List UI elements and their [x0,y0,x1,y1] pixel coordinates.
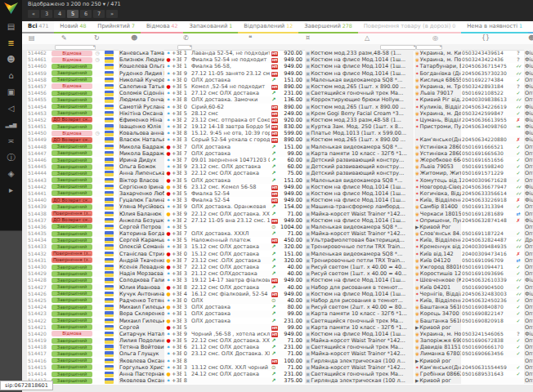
ttn-number[interactable]: 0501691093696 [462,270,513,277]
ttn-number[interactable]: 20400309838613 [462,96,513,103]
order-row[interactable]: 514446ЗавершенийИрина Дидух✶+38709.01 зв… [22,157,533,163]
row-select[interactable] [22,157,27,163]
ttn-number[interactable] [462,224,513,230]
ttn-number[interactable]: 0501690666170 [462,344,513,350]
order-row[interactable]: 514451ЗавершенийІващенко Юлія✶+38219.12 … [22,123,533,130]
order-row[interactable]: 514456ЗавершенийСоломія Сідоніна✶+38127.… [22,90,533,96]
ttn-number[interactable]: 0501691281689 [462,211,513,217]
order-row[interactable]: 514440ДО Возврат ск..Гуцалюк Галина✶+383… [22,197,533,203]
dashboard-icon[interactable]: ▤ [0,19,22,35]
product-column-icon[interactable]: △ [365,34,370,42]
tab-Запакований[interactable]: Запакований1 [183,21,238,33]
order-row[interactable]: 514452ДО Возврат ск..Єфименко Ніна✶+3822… [22,117,533,123]
row-select[interactable] [22,197,27,203]
order-row[interactable]: 514449ДО Возврат ск..Власюк Наталья✶+383… [22,136,533,143]
orders-icon[interactable]: ≣ [0,35,22,51]
client-column-icon[interactable]: ☻ [131,34,137,42]
row-select[interactable] [22,337,27,344]
row-select[interactable] [22,90,27,96]
ttn-number[interactable]: 20450634226619 [462,104,513,110]
row-select[interactable] [22,237,27,243]
ttn-number[interactable]: 0501690822147 [462,310,513,317]
ttn-column-icon[interactable]: {} [481,34,490,42]
money-column-icon[interactable]: ¤ [306,34,310,42]
tab-Завершений[interactable]: Завершений278 [298,21,358,33]
ttn-number[interactable]: 0503242599847 [462,110,513,117]
row-select[interactable] [22,364,27,371]
row-select[interactable] [22,56,27,63]
page-button[interactable]: 4 [54,10,65,18]
order-row[interactable]: 514443ЗавершенийВіктор Власов●+385ОЛХ до… [22,177,533,184]
tab-Новий[interactable]: Новий48 [54,21,92,33]
megaphone-icon[interactable]: ◁ [0,100,22,117]
order-row[interactable]: 514438Повернення (з..Юлия Баланюк●+38922… [22,211,533,217]
row-select[interactable] [22,144,27,150]
order-row[interactable]: 514453ЗавершенийНікітіна Оксана Дми...✶+… [22,110,533,117]
comment-column-icon[interactable]: ❝ [249,34,252,42]
order-row[interactable]: 514422ЗавершенийМихаил Гилецький●+383ОЛХ… [22,318,533,324]
row-select[interactable] [22,211,27,217]
cart-icon[interactable]: ▣ [0,84,22,100]
page-button[interactable]: « [28,10,39,18]
row-select[interactable] [22,224,27,230]
order-row[interactable]: 514420ВідмоваСитарчук Наталія Гр...✶+389… [22,331,533,337]
order-row[interactable]: 514436ЗавершенийСергей Петров✶+385⊙1004.… [22,224,533,230]
row-select[interactable] [22,264,27,270]
tag-icon[interactable]: ◈ [0,166,22,182]
ttn-number[interactable]: 0501690840870 [462,304,513,310]
tab-Відправлений[interactable]: Відправлений12 [238,21,298,33]
tab-Повернення товару (в дорозі)[interactable]: Повернення товару (в дорозі)0 [358,21,462,33]
row-select[interactable] [22,251,27,257]
ttn-number[interactable]: 0503243422436 [462,56,513,63]
order-row[interactable]: 514450Відмова◷Ковальова анна✶+38815.12. … [22,130,533,136]
ttn-number[interactable]: 0501689531643 [462,371,513,377]
ttn-number[interactable] [462,377,513,384]
ttn-number[interactable]: 20400309473416 [462,251,513,257]
ttn-number[interactable]: 0501691651656 [462,157,513,163]
order-row[interactable]: 514418ЗавершенийТетяна Войтович✶+38621.1… [22,344,533,350]
bank-icon[interactable]: ⌂ [0,68,22,84]
order-row[interactable]: 514435ЗавершенийКатерина Богданова●+387О… [22,230,533,237]
row-select[interactable] [22,96,27,103]
ttn-number[interactable]: 20450636677947 [462,184,513,190]
ttn-number[interactable]: 20450634098760 [462,123,513,130]
tab-Прийнятий[interactable]: Прийнятий7 [92,21,141,33]
row-select[interactable] [22,318,27,324]
order-row[interactable]: 514455ЗавершенийЛюдмила Гончарова✶+388ОЛ… [22,96,533,103]
ttn-number[interactable]: 20450631554459 [462,364,513,371]
row-select[interactable] [22,77,27,83]
row-select[interactable] [22,136,27,143]
ttn-number[interactable] [462,324,513,331]
ttn-number[interactable]: 20450632874148 [462,217,513,224]
tab-Самовивіз[interactable]: Самовивіз2 [528,21,533,33]
row-select[interactable] [22,350,27,357]
row-select[interactable] [22,123,27,130]
source-column-icon[interactable]: ↻ [94,34,100,42]
ttn-number[interactable]: 0503241546065 [462,331,513,337]
stats-icon[interactable]: ▂▄▆ [0,117,22,133]
ttn-number[interactable]: 0501691598240 [462,163,513,170]
ttn-number[interactable]: 20450636613955 [462,117,513,123]
order-row[interactable]: 514437ДО Возврат ск..Анжела Безушку✶+382… [22,217,533,224]
row-select[interactable] [22,177,27,184]
row-select[interactable] [22,297,27,304]
ttn-number[interactable]: 0501691313394 [462,203,513,210]
ttn-number[interactable]: 0501692108522 [462,90,513,96]
location-column-icon[interactable]: ◎ [432,34,438,42]
order-row[interactable]: 514421ЗавершенийСергей●+385НП99.00▣Карта… [22,324,533,331]
app-logo-icon[interactable] [4,2,18,14]
order-row[interactable]: 514416ЗавершенийЯковлева Оксана✶+388НП10… [22,358,533,364]
row-select[interactable] [22,304,27,310]
ttn-number[interactable]: 0503242893184 [462,83,513,90]
row-select[interactable] [22,150,27,157]
row-select[interactable] [22,371,27,377]
order-row[interactable]: 514434ЗавершенийСергей Карамышев✶+385Нал… [22,237,533,243]
order-row[interactable]: 514441ЗавершенийЗахарченко Люба●+385Фиал… [22,190,533,197]
row-select[interactable] [22,117,27,123]
order-row[interactable]: 514413ЗавершенийЯковлева Оксана✶+388↗375… [22,377,533,384]
row-select[interactable] [22,203,27,210]
order-row[interactable]: 514460ЗавершенийКошелева Ольга Ар...✶+38… [22,63,533,69]
order-row[interactable]: 514444ЗавершенийАнна Липенська●+38322.12… [22,170,533,176]
row-select[interactable] [22,190,27,197]
row-select[interactable] [22,170,27,176]
